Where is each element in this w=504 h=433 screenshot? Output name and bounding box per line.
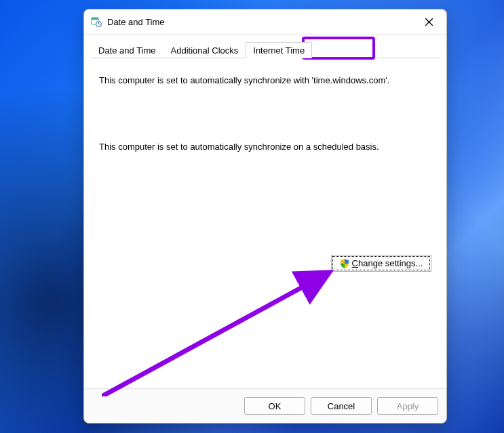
close-button[interactable]: [414, 9, 444, 34]
change-settings-button[interactable]: Change settings...: [331, 255, 431, 272]
apply-button[interactable]: Apply: [377, 397, 438, 415]
date-and-time-dialog: Date and Time Date and Time Additional C…: [83, 9, 447, 424]
uac-shield-icon: [340, 259, 349, 268]
tab-date-and-time[interactable]: Date and Time: [91, 42, 163, 58]
titlebar: Date and Time: [84, 9, 446, 35]
tab-additional-clocks[interactable]: Additional Clocks: [163, 42, 246, 58]
tabstrip: Date and Time Additional Clocks Internet…: [91, 39, 440, 58]
dialog-button-row: OK Cancel Apply: [84, 388, 446, 423]
tab-content: This computer is set to automatically sy…: [84, 58, 446, 388]
tabs-region: Date and Time Additional Clocks Internet…: [84, 35, 446, 58]
ok-button[interactable]: OK: [244, 397, 305, 415]
tab-internet-time[interactable]: Internet Time: [246, 42, 312, 58]
change-settings-label: Change settings...: [352, 258, 423, 268]
window-title: Date and Time: [107, 17, 414, 27]
sync-server-text: This computer is set to automatically sy…: [99, 75, 431, 87]
desktop-wallpaper: Date and Time Date and Time Additional C…: [0, 0, 504, 433]
date-time-icon: [91, 16, 102, 27]
cancel-button[interactable]: Cancel: [311, 397, 372, 415]
sync-schedule-text: This computer is set to automatically sy…: [99, 141, 431, 153]
svg-rect-1: [92, 18, 98, 20]
